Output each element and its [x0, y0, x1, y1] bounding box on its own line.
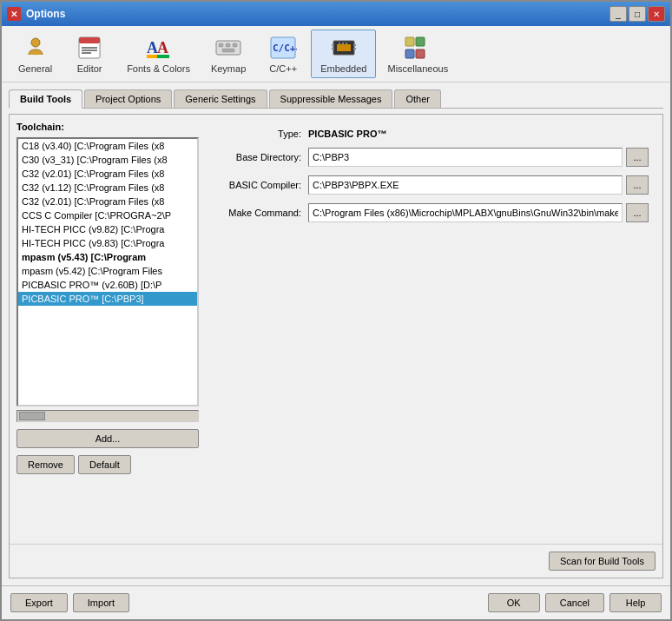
svg-rect-20: [332, 48, 334, 50]
svg-rect-25: [346, 43, 347, 44]
make-command-row: Make Command: ...: [213, 203, 649, 222]
options-window: ✕ Options _ □ ✕ General: [0, 0, 672, 621]
toolbar-miscellaneous[interactable]: Miscellaneous: [378, 30, 458, 78]
fonts-colors-icon: A A: [145, 34, 173, 62]
basic-compiler-row: BASIC Compiler: ...: [213, 175, 649, 195]
make-command-browse-button[interactable]: ...: [626, 203, 649, 222]
keymap-label: Keymap: [211, 63, 246, 74]
add-button[interactable]: Add...: [16, 429, 199, 448]
basic-compiler-input[interactable]: [308, 175, 623, 195]
type-row: Type: PICBASIC PRO™: [213, 129, 649, 139]
right-panel: Type: PICBASIC PRO™ Base Directory: ... …: [206, 122, 656, 537]
tab-suppressible-messages[interactable]: Suppressible Messages: [269, 89, 393, 108]
list-scrollbar[interactable]: [16, 410, 199, 422]
footer: Export Import OK Cancel Help: [2, 585, 670, 619]
svg-rect-24: [342, 43, 344, 44]
tab-build-tools[interactable]: Build Tools: [9, 89, 82, 109]
ok-button[interactable]: OK: [488, 593, 540, 612]
tab-generic-settings[interactable]: Generic Settings: [174, 89, 267, 108]
base-dir-browse-button[interactable]: ...: [626, 148, 649, 167]
scan-bar: Scan for Build Tools: [10, 544, 662, 578]
list-item[interactable]: C18 (v3.40) [C:\Program Files (x8: [18, 139, 197, 153]
embedded-icon: [330, 34, 358, 62]
svg-rect-12: [226, 43, 230, 47]
footer-left: Export Import: [10, 593, 129, 612]
keymap-icon: [214, 34, 242, 62]
default-button[interactable]: Default: [78, 455, 131, 474]
basic-compiler-browse-button[interactable]: ...: [626, 175, 649, 195]
minimize-button[interactable]: _: [609, 6, 627, 22]
base-dir-row: Base Directory: ...: [213, 148, 649, 167]
embedded-label: Embedded: [320, 63, 366, 74]
svg-text:A: A: [157, 39, 168, 56]
editor-icon: [76, 34, 103, 62]
svg-rect-28: [405, 50, 414, 58]
toolbar-keymap[interactable]: Keymap: [201, 30, 255, 78]
cancel-button[interactable]: Cancel: [545, 593, 604, 612]
tab-project-options[interactable]: Project Options: [84, 89, 172, 108]
svg-rect-8: [147, 55, 157, 58]
maximize-button[interactable]: □: [629, 6, 646, 22]
toolbar-fonts-colors[interactable]: A A Fonts & Colors: [117, 30, 200, 78]
list-item[interactable]: HI-TECH PICC (v9.82) [C:\Progra: [18, 222, 197, 236]
window-icon: ✕: [7, 7, 21, 21]
window-controls: _ □ ✕: [609, 6, 665, 22]
toolbar-general[interactable]: General: [9, 30, 62, 78]
svg-rect-11: [219, 43, 223, 47]
svg-rect-26: [405, 37, 414, 46]
toolbar-cpp[interactable]: C/C++ C/C++: [257, 30, 309, 78]
list-item[interactable]: C32 (v2.01) [C:\Program Files (x8: [18, 167, 197, 181]
svg-rect-22: [353, 48, 356, 50]
basic-compiler-label: BASIC Compiler:: [213, 180, 308, 190]
cpp-icon: C/C++: [269, 34, 297, 62]
svg-rect-18: [337, 44, 351, 51]
toolbar: General Editor A A: [2, 26, 670, 83]
svg-rect-9: [157, 55, 169, 58]
miscellaneous-label: Miscellaneous: [387, 63, 448, 74]
list-item[interactable]: C30 (v3_31) [C:\Program Files (x8: [18, 153, 197, 167]
footer-right: OK Cancel Help: [488, 593, 662, 612]
help-button[interactable]: Help: [609, 593, 662, 612]
svg-text:C/C++: C/C++: [273, 43, 297, 54]
svg-rect-13: [233, 43, 237, 47]
svg-rect-14: [222, 49, 234, 52]
type-value: PICBASIC PRO™: [308, 129, 386, 139]
toolbar-embedded[interactable]: Embedded: [311, 30, 376, 78]
svg-rect-10: [216, 41, 240, 55]
tab-other[interactable]: Other: [394, 89, 441, 108]
import-button[interactable]: Import: [73, 593, 129, 612]
scan-build-tools-button[interactable]: Scan for Build Tools: [549, 552, 656, 571]
list-item[interactable]: PICBASIC PRO™ (v2.60B) [D:\P: [18, 278, 197, 292]
svg-rect-23: [339, 43, 340, 44]
main-panel: Toolchain: C18 (v3.40) [C:\Program Files…: [9, 114, 663, 578]
list-item[interactable]: CCS C Compiler [C:\PROGRA~2\P: [18, 208, 197, 222]
remove-button[interactable]: Remove: [16, 455, 75, 474]
panel-inner: Toolchain: C18 (v3.40) [C:\Program Files…: [10, 115, 662, 544]
toolbar-editor[interactable]: Editor: [63, 30, 115, 78]
miscellaneous-icon: [404, 34, 432, 62]
svg-rect-2: [79, 37, 100, 43]
toolchain-list[interactable]: C18 (v3.40) [C:\Program Files (x8 C30 (v…: [16, 137, 199, 406]
window-title: Options: [26, 8, 609, 20]
close-button[interactable]: ✕: [648, 6, 665, 22]
general-icon: [22, 34, 49, 62]
list-item[interactable]: C32 (v2.01) [C:\Program Files (x8: [18, 195, 197, 208]
make-command-input[interactable]: [308, 203, 623, 222]
title-bar: ✕ Options _ □ ✕: [2, 2, 670, 26]
list-item[interactable]: mpasm (v5.43) [C:\Program: [18, 250, 197, 264]
list-item[interactable]: C32 (v1.12) [C:\Program Files (x8: [18, 181, 197, 195]
list-item[interactable]: HI-TECH PICC (v9.83) [C:\Progra: [18, 236, 197, 250]
general-label: General: [18, 63, 52, 74]
add-btn-row: Add...: [16, 429, 199, 448]
editor-label: Editor: [77, 63, 102, 74]
tab-bar: Build Tools Project Options Generic Sett…: [9, 89, 663, 109]
list-item[interactable]: mpasm (v5.42) [C:\Program Files: [18, 264, 197, 278]
base-dir-input[interactable]: [308, 148, 623, 167]
svg-rect-27: [416, 37, 425, 46]
svg-rect-29: [416, 50, 425, 58]
remove-default-row: Remove Default: [16, 455, 199, 474]
toolchain-label: Toolchain:: [16, 122, 199, 132]
svg-rect-21: [353, 44, 356, 46]
export-button[interactable]: Export: [10, 593, 68, 612]
list-item-selected[interactable]: PICBASIC PRO™ [C:\PBP3]: [18, 292, 197, 306]
